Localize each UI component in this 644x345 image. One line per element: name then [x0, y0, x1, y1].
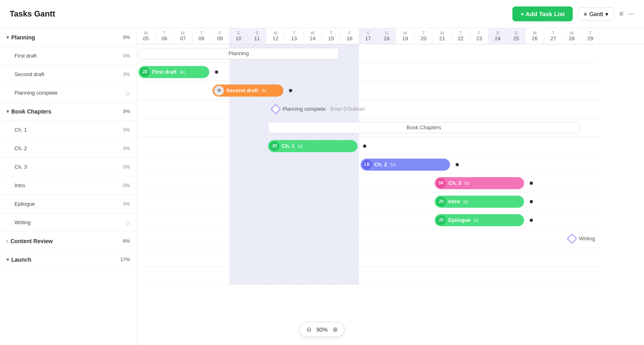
gantt-day-col: S18 — [378, 28, 396, 44]
gantt-day-col: T22 — [452, 28, 470, 44]
task-label: Ch. 1 — [14, 127, 27, 133]
gantt-view-button[interactable]: ≡ Gantt ▾ — [578, 7, 614, 21]
task-duration: 5d — [390, 162, 395, 167]
chevron-down-icon[interactable]: ▾ — [6, 35, 9, 40]
milestone: Writing — [568, 235, 595, 242]
task-label: Intro — [14, 182, 25, 188]
main-layout: ▾ Planning 0% First draft 0% Second draf… — [0, 28, 644, 345]
gantt-area[interactable]: M05T06W07T08F09S10S11M12T13W14T15F16S17S… — [137, 28, 644, 345]
app-header: Tasks Gantt + Add Task List ≡ Gantt ▾ ≡ … — [0, 0, 644, 28]
task-label: Second draft — [14, 71, 44, 77]
gantt-day-col: W21 — [433, 28, 452, 44]
task-percent: 0% — [123, 72, 130, 77]
task-dot — [215, 70, 218, 74]
sidebar-group-launch[interactable]: ▾ Launch 17% — [0, 250, 136, 269]
task-bar[interactable]: LBCh. 25d — [361, 159, 450, 171]
zoom-bar: ⊖ 90% ⊕ — [299, 322, 345, 337]
zoom-in-button[interactable]: ⊕ — [332, 326, 338, 333]
task-bar-label: First draft — [152, 69, 177, 75]
task-label: Epilogue — [14, 201, 35, 207]
gantt-day-col: F16 — [341, 28, 359, 44]
gantt-day-col: F09 — [211, 28, 229, 44]
gantt-row — [137, 266, 600, 285]
gantt-row: ⚙Second draft4d — [137, 81, 600, 100]
milestone-diamond-icon: ◇ — [126, 219, 130, 226]
task-bar-label: Ch. 1 — [282, 143, 295, 149]
gantt-row: JDFirst draft4d — [137, 63, 600, 81]
group-bar: Book Chapters — [268, 122, 580, 133]
zoom-level: 90% — [316, 326, 328, 333]
chevron-down-icon[interactable]: ▾ — [6, 109, 9, 114]
group-label: Launch — [11, 256, 31, 263]
gantt-label: Gantt — [589, 11, 603, 17]
sidebar-group-book-chapters[interactable]: ▾ Book Chapters 0% — [0, 102, 136, 121]
gantt-row: SKCh. 35d — [137, 174, 600, 192]
gantt-row: Planning completeEmer O'Sullivan — [137, 100, 600, 118]
sidebar-item-second-draft[interactable]: Second draft 0% — [0, 65, 136, 84]
more-options-icon[interactable]: ··· — [628, 10, 634, 18]
task-label: Ch. 3 — [14, 164, 27, 170]
gantt-day-col: T20 — [415, 28, 433, 44]
task-duration: 5d — [463, 199, 468, 204]
task-percent: 0% — [123, 201, 130, 207]
sidebar-item-intro[interactable]: Intro 0% — [0, 176, 136, 195]
gantt-body: PlanningJDFirst draft4d⚙Second draft4dPl… — [137, 44, 644, 285]
task-dot — [289, 89, 292, 92]
sidebar-item-ch1[interactable]: Ch. 1 0% — [0, 121, 136, 139]
group-label: Planning — [11, 34, 35, 41]
gantt-row: JDEpilogue5d — [137, 211, 600, 229]
task-label: Planning complete — [14, 90, 58, 96]
task-bar[interactable]: ⚙Second draft4d — [213, 85, 283, 97]
gantt-day-col: W07 — [174, 28, 192, 44]
milestone-assignee: Emer O'Sullivan — [330, 106, 365, 112]
task-bar[interactable]: JDFirst draft4d — [138, 66, 209, 78]
gantt-day-col: W28 — [563, 28, 581, 44]
milestone-label: Writing — [579, 236, 595, 242]
task-bar-label: Second draft — [226, 87, 258, 93]
task-bar[interactable]: JDCh. 15d — [268, 140, 357, 152]
task-label: Writing — [14, 219, 31, 225]
gantt-day-col: M19 — [396, 28, 415, 44]
sidebar-group-content-review[interactable]: › Content Review 6% — [0, 232, 136, 250]
gantt-wrapper: M05T06W07T08F09S10S11M12T13W14T15F16S17S… — [137, 28, 644, 285]
add-task-list-button[interactable]: + Add Task List — [512, 6, 573, 21]
sidebar-item-writing[interactable]: Writing ◇ — [0, 213, 136, 232]
gantt-row: JDIntro5d — [137, 192, 600, 211]
filter-icon[interactable]: ≡ — [619, 10, 623, 18]
gantt-day-col: S17 — [359, 28, 378, 44]
task-percent: 0% — [123, 127, 130, 133]
gantt-lines-icon: ≡ — [584, 11, 587, 17]
task-bar-label: Ch. 3 — [448, 180, 461, 186]
gantt-day-col: M12 — [266, 28, 285, 44]
gantt-day-col: S10 — [229, 28, 248, 44]
sidebar-item-first-draft[interactable]: First draft 0% — [0, 47, 136, 65]
task-label: First draft — [14, 53, 37, 59]
group-percent: 0% — [123, 35, 130, 40]
gantt-day-col: S24 — [489, 28, 507, 44]
gantt-day-col: M05 — [137, 28, 155, 44]
task-bar[interactable]: SKCh. 35d — [435, 177, 524, 189]
task-dot — [530, 219, 533, 222]
sidebar-group-planning[interactable]: ▾ Planning 0% — [0, 28, 136, 47]
task-bar[interactable]: JDEpilogue5d — [435, 214, 524, 226]
task-duration: 5d — [298, 144, 303, 149]
task-dot — [530, 182, 533, 185]
task-bar[interactable]: JDIntro5d — [435, 196, 524, 208]
gantt-day-col: S11 — [248, 28, 266, 44]
gantt-row: Book Chapters — [137, 118, 600, 137]
milestone-label: Planning complete — [283, 106, 326, 112]
sidebar-item-epilogue[interactable]: Epilogue 0% — [0, 195, 136, 213]
zoom-out-button[interactable]: ⊖ — [306, 326, 312, 333]
group-label: Content Review — [10, 238, 53, 244]
task-dot — [456, 163, 459, 166]
task-duration: 4d — [180, 70, 185, 74]
gantt-day-col: S25 — [507, 28, 526, 44]
chevron-right-icon[interactable]: › — [6, 238, 8, 244]
task-percent: 0% — [123, 183, 130, 188]
gantt-header: M05T06W07T08F09S10S11M12T13W14T15F16S17S… — [137, 28, 644, 44]
sidebar-item-planning-complete[interactable]: Planning complete ◇ — [0, 84, 136, 102]
chevron-down-icon[interactable]: ▾ — [6, 257, 9, 262]
sidebar-item-ch3[interactable]: Ch. 3 0% — [0, 158, 136, 176]
sidebar-item-ch2[interactable]: Ch. 2 0% — [0, 139, 136, 158]
group-label: Book Chapters — [11, 108, 52, 115]
